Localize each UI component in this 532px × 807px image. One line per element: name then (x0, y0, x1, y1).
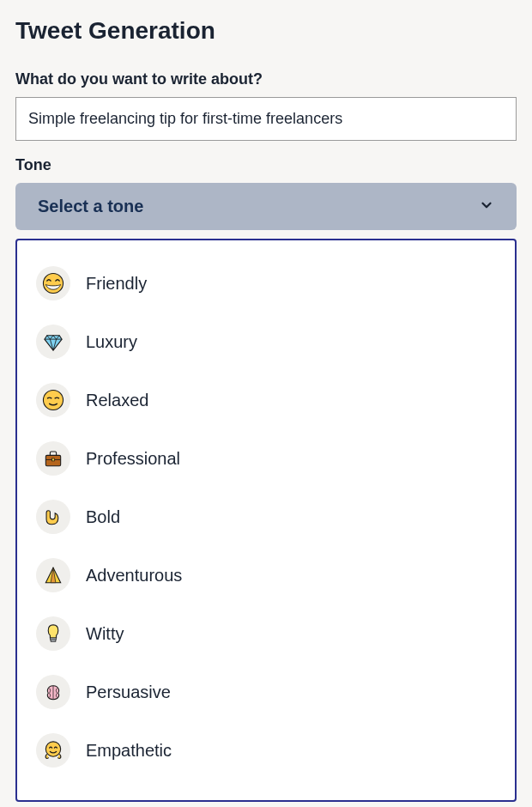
luxury-icon (36, 325, 70, 359)
tone-label: Tone (15, 156, 517, 174)
adventurous-icon (36, 558, 70, 592)
witty-icon (36, 616, 70, 651)
chevron-down-icon (479, 197, 494, 216)
tone-select-trigger[interactable]: Select a tone (15, 183, 517, 230)
tone-option-luxury[interactable]: Luxury (36, 312, 496, 371)
tone-option-relaxed[interactable]: Relaxed (36, 371, 496, 429)
tone-option-friendly[interactable]: Friendly (36, 254, 496, 312)
tone-option-persuasive[interactable]: Persuasive (36, 663, 496, 721)
tone-option-label: Professional (86, 449, 180, 469)
empathetic-icon (36, 733, 70, 768)
tone-option-professional[interactable]: Professional (36, 429, 496, 488)
svg-rect-5 (52, 458, 55, 461)
svg-rect-9 (51, 640, 56, 641)
topic-input[interactable] (15, 97, 517, 141)
tone-option-label: Adventurous (86, 566, 182, 586)
tone-option-adventurous[interactable]: Adventurous (36, 546, 496, 604)
persuasive-icon (36, 675, 70, 709)
relaxed-icon (36, 383, 70, 417)
svg-point-10 (45, 742, 60, 756)
tone-option-label: Bold (86, 507, 120, 527)
tone-option-witty[interactable]: Witty (36, 604, 496, 663)
professional-icon (36, 441, 70, 476)
tone-option-label: Empathetic (86, 741, 172, 761)
tone-select-placeholder: Select a tone (38, 197, 143, 216)
svg-marker-1 (45, 336, 62, 350)
tone-option-label: Persuasive (86, 683, 171, 702)
page-title: Tweet Generation (15, 17, 517, 45)
tone-option-label: Relaxed (86, 391, 148, 410)
tone-option-label: Luxury (86, 332, 137, 352)
topic-label: What do you want to write about? (15, 70, 517, 88)
tone-option-empathetic[interactable]: Empathetic (36, 721, 496, 780)
tone-dropdown: Friendly Luxury Relaxed Professional Bol… (15, 239, 517, 802)
tone-option-label: Witty (86, 624, 124, 644)
svg-point-2 (43, 390, 63, 410)
friendly-icon (36, 266, 70, 300)
tone-option-bold[interactable]: Bold (36, 488, 496, 546)
svg-point-0 (43, 273, 63, 293)
bold-icon (36, 500, 70, 534)
tone-option-label: Friendly (86, 274, 147, 294)
